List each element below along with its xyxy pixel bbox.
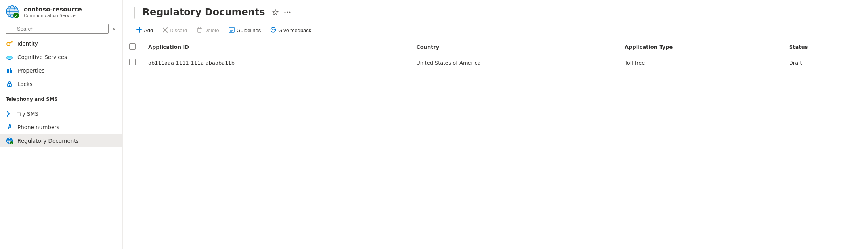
- select-all-checkbox[interactable]: [129, 43, 136, 50]
- table-header-row: Application ID Country Application Type …: [123, 39, 868, 55]
- svg-point-47: [273, 29, 274, 30]
- resource-name: contoso-resource: [24, 6, 82, 13]
- feedback-label: Give feedback: [278, 27, 311, 33]
- cell-application-type: Toll-free: [618, 55, 783, 71]
- col-header-status: Status: [783, 39, 868, 55]
- sidebar-collapse-button[interactable]: «: [111, 25, 117, 33]
- svg-text:#: #: [7, 124, 12, 131]
- main-content: | Regulatory Documents Add: [123, 0, 868, 249]
- cell-country: United States of America: [410, 55, 618, 71]
- sidebar-search-row: 🔍 «: [0, 22, 122, 37]
- add-icon: [136, 27, 142, 34]
- svg-point-14: [9, 56, 12, 58]
- svg-point-31: [287, 11, 288, 13]
- delete-button[interactable]: Delete: [193, 25, 223, 36]
- sidebar-item-identity-label: Identity: [17, 40, 38, 47]
- col-header-application-id: Application ID: [142, 39, 410, 55]
- regulatory-docs-table: Application ID Country Application Type …: [123, 39, 868, 71]
- search-input[interactable]: [6, 24, 109, 34]
- sidebar-item-phone-numbers-label: Phone numbers: [17, 124, 59, 130]
- sidebar-item-phone-numbers[interactable]: # Phone numbers: [0, 121, 122, 134]
- sidebar-item-try-sms-label: Try SMS: [17, 111, 38, 117]
- table-row[interactable]: ab111aaa-1111-111a-abaaba11b United Stat…: [123, 55, 868, 71]
- discard-label: Discard: [170, 27, 187, 33]
- svg-rect-16: [8, 69, 9, 73]
- svg-text:✓: ✓: [10, 142, 12, 145]
- title-actions: [271, 8, 291, 16]
- add-label: Add: [144, 27, 153, 33]
- telephony-section-label: Telephony and SMS: [0, 91, 122, 103]
- svg-point-46: [272, 29, 273, 30]
- sidebar-item-cognitive-label: Cognitive Services: [17, 54, 67, 60]
- cell-application-id: ab111aaa-1111-111a-abaaba11b: [142, 55, 410, 71]
- page-header: | Regulatory Documents: [123, 0, 868, 22]
- svg-point-8: [7, 42, 10, 46]
- svg-rect-18: [11, 70, 12, 73]
- page-title: Regulatory Documents: [142, 7, 265, 18]
- sidebar-item-regulatory-documents[interactable]: ✓ Regulatory Documents: [0, 134, 122, 147]
- sidebar-item-try-sms[interactable]: Try SMS: [0, 107, 122, 121]
- guidelines-icon: [229, 27, 235, 34]
- svg-rect-17: [10, 68, 11, 73]
- discard-icon: [163, 27, 168, 34]
- svg-point-30: [284, 11, 285, 13]
- sidebar-item-locks-label: Locks: [17, 81, 33, 87]
- sidebar: ✓ contoso-resource Communication Service…: [0, 0, 123, 249]
- cloud-icon: [6, 53, 13, 61]
- feedback-icon: [270, 27, 276, 34]
- sms-icon: [6, 110, 13, 118]
- cell-status: Draft: [783, 55, 868, 71]
- col-header-application-type: Application Type: [618, 39, 783, 55]
- phone-numbers-icon: #: [6, 123, 13, 131]
- sidebar-item-identity[interactable]: Identity: [0, 37, 122, 50]
- guidelines-button[interactable]: Guidelines: [225, 25, 265, 36]
- sidebar-item-properties-label: Properties: [17, 67, 44, 74]
- add-button[interactable]: Add: [132, 25, 157, 36]
- globe-logo-icon: ✓: [6, 5, 19, 18]
- regulatory-icon: ✓: [6, 137, 13, 145]
- svg-line-10: [11, 42, 12, 43]
- sidebar-item-locks[interactable]: Locks: [0, 77, 122, 91]
- properties-icon: [6, 67, 13, 75]
- search-wrapper: 🔍: [6, 24, 109, 34]
- svg-point-32: [289, 11, 290, 13]
- delete-label: Delete: [204, 27, 219, 33]
- toolbar: Add Discard Delete Guidelines Give feedb: [123, 22, 868, 39]
- row-select-checkbox[interactable]: [129, 59, 136, 65]
- sidebar-header: ✓ contoso-resource Communication Service: [0, 0, 122, 22]
- sidebar-item-properties[interactable]: Properties: [0, 64, 122, 77]
- give-feedback-button[interactable]: Give feedback: [266, 25, 315, 36]
- key-icon: [6, 40, 13, 48]
- svg-point-48: [274, 29, 275, 30]
- svg-point-20: [9, 85, 10, 86]
- svg-text:✓: ✓: [15, 14, 18, 18]
- discard-button[interactable]: Discard: [159, 25, 191, 36]
- guidelines-label: Guidelines: [237, 27, 261, 33]
- app-logo: ✓: [6, 5, 20, 19]
- sidebar-item-cognitive-services[interactable]: Cognitive Services: [0, 50, 122, 64]
- resource-subtitle: Communication Service: [24, 13, 82, 18]
- svg-rect-15: [7, 69, 8, 73]
- more-options-button[interactable]: [283, 8, 291, 16]
- table-area: Application ID Country Application Type …: [123, 39, 868, 249]
- header-checkbox-cell: [123, 39, 142, 55]
- delete-icon: [197, 27, 202, 34]
- col-header-country: Country: [410, 39, 618, 55]
- favorite-button[interactable]: [271, 8, 279, 16]
- svg-marker-29: [273, 10, 278, 15]
- row-checkbox-cell: [123, 55, 142, 71]
- title-divider: |: [132, 6, 136, 19]
- lock-icon: [6, 80, 13, 88]
- nav-divider: [6, 105, 117, 105]
- star-icon: [272, 9, 279, 15]
- ellipsis-icon: [284, 9, 291, 15]
- svg-rect-37: [198, 29, 201, 32]
- sidebar-item-regulatory-label: Regulatory Documents: [17, 138, 79, 144]
- sidebar-title-block: contoso-resource Communication Service: [24, 6, 82, 18]
